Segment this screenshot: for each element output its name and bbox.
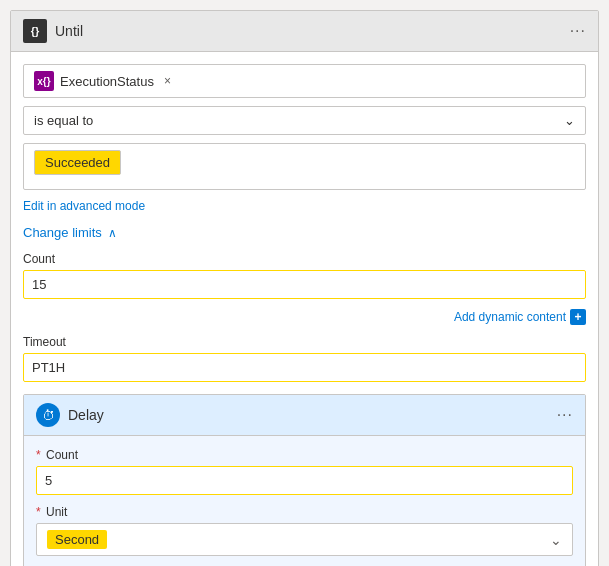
- delay-count-input[interactable]: [36, 466, 573, 495]
- unit-chevron-down-icon: ⌄: [550, 532, 562, 548]
- delay-unit-group: * Unit Second ⌄: [36, 505, 573, 556]
- delay-header-left: ⏱ Delay: [36, 403, 104, 427]
- delay-icon: ⏱: [36, 403, 60, 427]
- delay-count-label: * Count: [36, 448, 573, 462]
- plus-icon: +: [570, 309, 586, 325]
- add-dynamic-button[interactable]: Add dynamic content +: [454, 309, 586, 325]
- timeout-field-group: Timeout: [23, 335, 586, 382]
- succeeded-field: Succeeded: [23, 143, 586, 190]
- delay-header: ⏱ Delay ···: [24, 395, 585, 436]
- until-header-left: {} Until: [23, 19, 83, 43]
- add-dynamic-row: Add dynamic content +: [23, 309, 586, 325]
- until-icon: {}: [23, 19, 47, 43]
- count-field-group: Count: [23, 252, 586, 299]
- chevron-down-icon: ⌄: [564, 113, 575, 128]
- until-body: x{} ExecutionStatus × is equal to ⌄ Succ…: [11, 52, 598, 566]
- delay-more-button[interactable]: ···: [557, 406, 573, 424]
- count-required-star: *: [36, 448, 41, 462]
- delay-body: * Count * Unit Second ⌄: [24, 436, 585, 566]
- timeout-input[interactable]: [23, 353, 586, 382]
- operator-label: is equal to: [34, 113, 93, 128]
- delay-container: ⏱ Delay ··· * Count *: [23, 394, 586, 566]
- unit-badge: Second: [47, 530, 107, 549]
- condition-tag: x{} ExecutionStatus ×: [23, 64, 586, 98]
- until-more-button[interactable]: ···: [570, 22, 586, 40]
- succeeded-badge: Succeeded: [34, 150, 121, 175]
- add-dynamic-label: Add dynamic content: [454, 310, 566, 324]
- delay-unit-label: * Unit: [36, 505, 573, 519]
- count-input[interactable]: [23, 270, 586, 299]
- expression-icon-label: x{}: [37, 76, 50, 87]
- unit-required-star: *: [36, 505, 41, 519]
- timeout-label: Timeout: [23, 335, 586, 349]
- until-container: {} Until ··· x{} ExecutionStatus × is eq…: [10, 10, 599, 566]
- until-icon-label: {}: [31, 25, 40, 37]
- count-label: Count: [23, 252, 586, 266]
- tag-close-button[interactable]: ×: [164, 74, 171, 88]
- change-limits-toggle[interactable]: Change limits ∧: [23, 225, 586, 240]
- delay-count-group: * Count: [36, 448, 573, 495]
- chevron-up-icon: ∧: [108, 226, 117, 240]
- unit-dropdown[interactable]: Second ⌄: [36, 523, 573, 556]
- delay-title: Delay: [68, 407, 104, 423]
- execution-status-label: ExecutionStatus: [60, 74, 154, 89]
- edit-advanced-link[interactable]: Edit in advanced mode: [23, 199, 145, 213]
- delay-icon-symbol: ⏱: [42, 408, 55, 423]
- until-header: {} Until ···: [11, 11, 598, 52]
- expression-icon: x{}: [34, 71, 54, 91]
- until-title: Until: [55, 23, 83, 39]
- change-limits-label: Change limits: [23, 225, 102, 240]
- operator-dropdown[interactable]: is equal to ⌄: [23, 106, 586, 135]
